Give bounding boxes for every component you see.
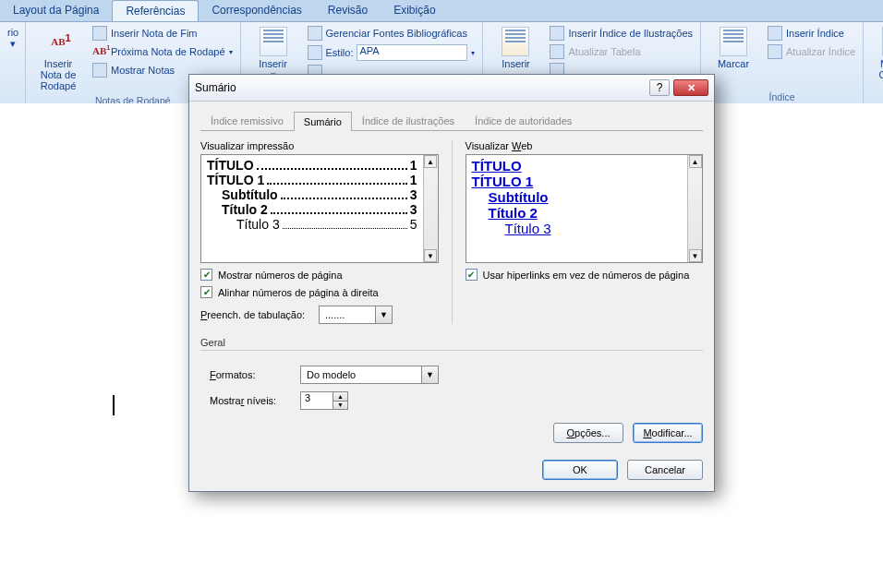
toc-web-link[interactable]: TÍTULO 1 bbox=[472, 174, 683, 189]
toc-print-row: TÍTULO 11 bbox=[207, 173, 417, 187]
chevron-down-icon[interactable]: ▾ bbox=[471, 49, 475, 57]
marcar-citacao-button[interactable]: Marcar Citação bbox=[869, 25, 883, 82]
sumario-dialog: Sumário ? ✕ Índice remissivo Sumário Índ… bbox=[188, 74, 715, 492]
tab-layout[interactable]: Layout da Página bbox=[0, 0, 112, 21]
text-cursor bbox=[113, 395, 115, 415]
ok-button[interactable]: OK bbox=[542, 460, 618, 480]
atualizar-indice-button: Atualizar Índice bbox=[766, 43, 857, 60]
toc-print-row: Título 23 bbox=[207, 202, 417, 217]
chevron-down-icon[interactable]: ▼ bbox=[375, 306, 392, 323]
estilo-label: Estilo: bbox=[326, 47, 354, 58]
formatos-select[interactable]: Do modelo ▼ bbox=[300, 366, 439, 384]
scroll-down-icon[interactable]: ▼ bbox=[689, 249, 702, 262]
mostrar-niveis-spinner[interactable]: 3 ▲▼ bbox=[300, 391, 348, 410]
cancelar-button[interactable]: Cancelar bbox=[627, 460, 703, 480]
preench-select[interactable]: ....... ▼ bbox=[319, 306, 393, 324]
inserir-indice-ilustracoes-button[interactable]: Inserir Índice de Ilustrações bbox=[548, 25, 695, 42]
inserir-nota-fim-button[interactable]: Inserir Nota de Fim bbox=[91, 25, 235, 42]
insert-index-icon bbox=[768, 26, 782, 41]
update-index-icon bbox=[768, 44, 782, 59]
footnote-icon: AB1 bbox=[51, 36, 65, 47]
manage-sources-icon bbox=[308, 26, 322, 41]
chk-align-right[interactable] bbox=[200, 286, 212, 298]
mark-entry-icon bbox=[720, 27, 747, 56]
toc-print-row: Título 35 bbox=[207, 217, 417, 232]
toc-print-row: TÍTULO1 bbox=[207, 158, 417, 173]
estilo-select[interactable]: APA bbox=[357, 44, 467, 61]
estilo-row: Estilo: APA▾ bbox=[306, 43, 478, 62]
close-button[interactable]: ✕ bbox=[673, 79, 708, 96]
group-label-indice: Índice bbox=[707, 90, 857, 102]
inserir-nota-rodape-button[interactable]: AB1 Inserir Nota de Rodapé bbox=[31, 25, 85, 93]
opcoes-button[interactable]: Opções... bbox=[553, 423, 623, 443]
modificar-button[interactable]: Modificar... bbox=[633, 423, 703, 443]
inserir-indice-button[interactable]: Inserir Índice bbox=[766, 25, 857, 42]
tab-revisao[interactable]: Revisão bbox=[315, 0, 381, 21]
sumario-split-button[interactable]: rio▾ bbox=[6, 25, 20, 51]
endnote-icon bbox=[92, 26, 107, 41]
chk-use-hyperlinks[interactable] bbox=[466, 269, 478, 281]
web-preview-label: Visualizar Web bbox=[466, 140, 704, 151]
dialog-tabs: Índice remissivo Sumário Índice de ilust… bbox=[200, 111, 703, 131]
proxima-nota-button[interactable]: AB1Próxima Nota de Rodapé▾ bbox=[91, 43, 235, 60]
dialog-title: Sumário bbox=[195, 81, 236, 94]
web-preview: TÍTULOTÍTULO 1SubtítuloTítulo 2Título 3 … bbox=[466, 154, 704, 263]
style-icon bbox=[308, 45, 322, 60]
print-preview-label: Visualizar impressão bbox=[200, 140, 439, 151]
chk-show-page-numbers[interactable] bbox=[200, 269, 212, 281]
insert-citation-icon bbox=[260, 27, 287, 56]
web-preview-scrollbar[interactable]: ▲ ▼ bbox=[687, 155, 702, 262]
toc-web-link[interactable]: Subtítulo bbox=[472, 189, 683, 205]
toc-web-link[interactable]: Título 2 bbox=[472, 205, 683, 221]
help-button[interactable]: ? bbox=[649, 79, 670, 96]
next-footnote-icon: AB1 bbox=[92, 44, 107, 59]
chk-use-hyperlinks-label: Usar hiperlinks em vez de números de pág… bbox=[483, 270, 690, 281]
show-notes-icon bbox=[92, 63, 107, 78]
tab-sumario[interactable]: Sumário bbox=[294, 112, 352, 131]
tab-correspondencias[interactable]: Correspondências bbox=[199, 0, 314, 21]
tab-indice-ilustracoes[interactable]: Índice de ilustrações bbox=[352, 111, 465, 130]
spin-up-icon[interactable]: ▲ bbox=[333, 392, 347, 402]
tab-referencias[interactable]: Referências bbox=[112, 0, 199, 21]
print-preview-scrollbar[interactable]: ▲ ▼ bbox=[423, 155, 438, 262]
scroll-down-icon[interactable]: ▼ bbox=[424, 249, 437, 262]
preench-label: Preench. de tabulação: bbox=[200, 309, 311, 320]
close-icon: ✕ bbox=[687, 82, 696, 94]
ribbon-tabs: Layout da Página Referências Correspondê… bbox=[0, 0, 883, 22]
formatos-label: Formatos: bbox=[210, 369, 293, 380]
inserir-legenda-button[interactable]: Inserir bbox=[489, 25, 542, 71]
chevron-down-icon[interactable]: ▼ bbox=[421, 366, 438, 383]
chk-show-page-label: Mostrar números de página bbox=[218, 270, 343, 281]
tab-exibicao[interactable]: Exibição bbox=[381, 0, 448, 21]
geral-label: Geral bbox=[200, 337, 703, 348]
gerenciar-fontes-button[interactable]: Gerenciar Fontes Bibliográficas bbox=[306, 25, 478, 42]
scroll-up-icon[interactable]: ▲ bbox=[424, 155, 437, 168]
tab-indice-autoridades[interactable]: Índice de autoridades bbox=[465, 111, 582, 130]
spin-down-icon[interactable]: ▼ bbox=[333, 402, 347, 410]
scroll-up-icon[interactable]: ▲ bbox=[689, 155, 702, 168]
toc-print-row: Subtítulo3 bbox=[207, 187, 417, 202]
marcar-entrada-button[interactable]: Marcar bbox=[707, 25, 760, 71]
mostrar-niveis-label: Mostrar níveis: bbox=[210, 395, 293, 406]
dialog-titlebar[interactable]: Sumário ? ✕ bbox=[189, 75, 714, 102]
tab-indice-remissivo[interactable]: Índice remissivo bbox=[200, 111, 294, 130]
print-preview: TÍTULO1TÍTULO 11Subtítulo3Título 23Títul… bbox=[200, 154, 439, 263]
toc-web-link[interactable]: TÍTULO bbox=[472, 158, 683, 174]
caption-icon bbox=[502, 27, 529, 56]
figures-index-icon bbox=[550, 26, 564, 41]
atualizar-tabela-button: Atualizar Tabela bbox=[548, 43, 695, 60]
update-table-icon bbox=[550, 44, 564, 59]
chk-align-right-label: Alinhar números de página à direita bbox=[218, 287, 379, 298]
toc-web-link[interactable]: Título 3 bbox=[472, 221, 683, 236]
